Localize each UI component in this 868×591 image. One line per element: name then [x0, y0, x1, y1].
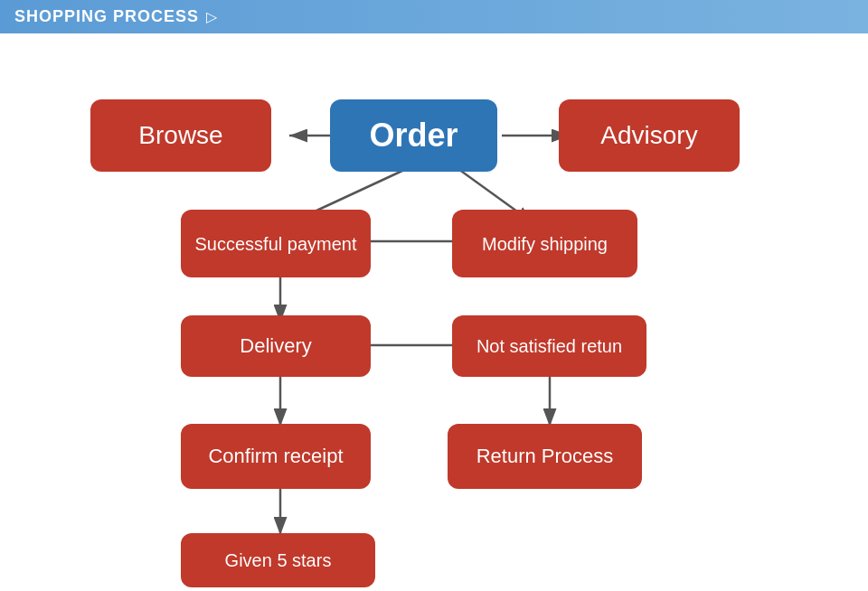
confirm-receipt-node: Confirm receipt — [181, 424, 371, 489]
page-title: SHOPPING PROCESS — [14, 7, 199, 26]
return-process-node: Return Process — [448, 424, 642, 489]
browse-node: Browse — [90, 99, 271, 172]
page-header: SHOPPING PROCESS ▷ — [0, 0, 868, 33]
order-node: Order — [330, 99, 497, 172]
successful-payment-node: Successful payment — [181, 210, 371, 277]
given-5-stars-node: Given 5 stars — [181, 533, 375, 587]
delivery-node: Delivery — [181, 315, 371, 377]
not-satisfied-node: Not satisfied retun — [452, 315, 646, 377]
diagram-area: Browse Order Advisory Successful payment… — [0, 33, 868, 585]
header-arrow: ▷ — [206, 8, 217, 25]
modify-shipping-node: Modify shipping — [452, 210, 637, 277]
advisory-node: Advisory — [559, 99, 740, 172]
